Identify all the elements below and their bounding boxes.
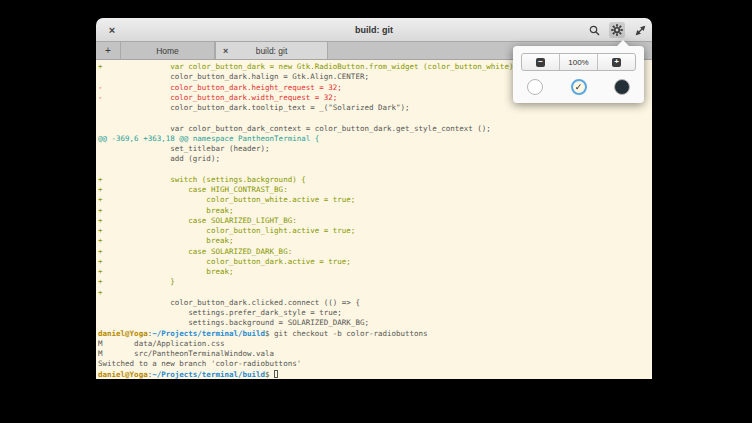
tab-build-git[interactable]: ×build: git	[215, 42, 328, 59]
settings-popover: − 100% + ✓	[513, 46, 644, 103]
popover-arrow	[616, 40, 630, 47]
terminal-line: + case SOLARIZED_LIGHT_BG:	[98, 216, 652, 226]
terminal-line: + break;	[98, 206, 652, 216]
terminal-line: + color_button_light.active = true;	[98, 226, 652, 236]
zoom-in-icon: +	[612, 58, 621, 67]
terminal-output[interactable]: + var color_button_dark = new Gtk.RadioB…	[96, 60, 652, 379]
tab-close-icon[interactable]: ×	[223, 46, 228, 56]
terminal-line: @@ -369,6 +363,18 @@ namespace PantheonT…	[98, 134, 652, 144]
tab-label: Home	[156, 46, 179, 56]
terminal-line: + break;	[98, 267, 652, 277]
tab-label: build: git	[256, 46, 288, 56]
titlebar[interactable]: × build: git	[96, 18, 652, 42]
theme-solarized-dark-button[interactable]	[614, 79, 630, 95]
zoom-out-button[interactable]: −	[522, 54, 559, 70]
theme-high-contrast-button[interactable]	[527, 79, 543, 95]
terminal-line: Switched to a new branch 'color-radiobut…	[98, 359, 652, 369]
terminal-line: color_button_dark.tooltip_text = _("Sola…	[98, 103, 652, 113]
terminal-line	[98, 165, 652, 175]
terminal-line: + switch (settings.background) {	[98, 175, 652, 185]
terminal-line: daniel@Yoga:~/Projects/terminal/build$	[98, 370, 652, 380]
zoom-out-icon: −	[536, 58, 545, 67]
terminal-line: +	[98, 288, 652, 298]
check-icon: ✓	[575, 82, 583, 92]
theme-selector: ✓	[521, 79, 636, 95]
titlebar-actions	[586, 18, 648, 42]
terminal-line: color_button_dark.clicked.connect (() =>…	[98, 298, 652, 308]
tab-home[interactable]: Home	[120, 42, 215, 59]
terminal-line: M data/Application.css	[98, 339, 652, 349]
window-close-button[interactable]: ×	[104, 18, 120, 42]
terminal-line	[98, 113, 652, 123]
terminal-line: set_titlebar (header);	[98, 144, 652, 154]
expand-icon[interactable]	[632, 22, 648, 38]
zoom-level[interactable]: 100%	[559, 54, 597, 70]
terminal-line: M src/PantheonTerminalWindow.vala	[98, 349, 652, 359]
terminal-line: settings.prefer_dark_style = true;	[98, 308, 652, 318]
terminal-line: settings.background = SOLARIZED_DARK_BG;	[98, 318, 652, 328]
terminal-line: + color_button_white.active = true;	[98, 195, 652, 205]
terminal-line: + case SOLARIZED_DARK_BG:	[98, 247, 652, 257]
tab-strip: Home×build: git	[120, 42, 328, 59]
terminal-line: + }	[98, 277, 652, 287]
terminal-line: + color_button_dark.active = true;	[98, 257, 652, 267]
terminal-line: add (grid);	[98, 154, 652, 164]
zoom-in-button[interactable]: +	[597, 54, 635, 70]
window-title: build: git	[96, 25, 652, 35]
gear-icon[interactable]	[609, 22, 625, 38]
terminal-cursor	[274, 370, 278, 378]
terminal-line: + case HIGH_CONTRAST_BG:	[98, 185, 652, 195]
terminal-line: daniel@Yoga:~/Projects/terminal/build$ g…	[98, 329, 652, 339]
terminal-line: var color_button_dark_context = color_bu…	[98, 124, 652, 134]
theme-solarized-light-button[interactable]: ✓	[571, 79, 587, 95]
terminal-window: × build: git	[96, 18, 652, 380]
zoom-control: − 100% +	[521, 53, 636, 71]
search-icon[interactable]	[586, 22, 602, 38]
terminal-line: + break;	[98, 236, 652, 246]
new-tab-button[interactable]: +	[96, 42, 120, 59]
